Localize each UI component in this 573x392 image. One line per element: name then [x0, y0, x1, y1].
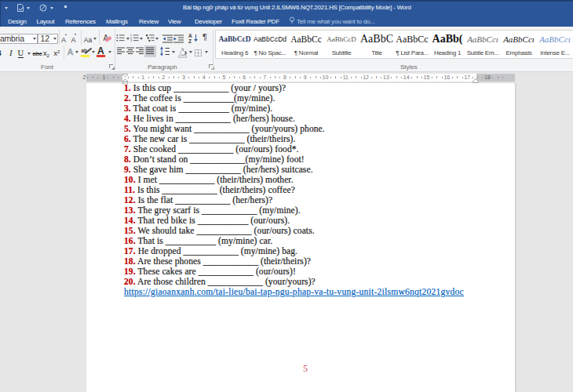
svg-text:A: A [188, 33, 192, 38]
svg-text:Z: Z [188, 38, 192, 43]
svg-text:3: 3 [130, 39, 132, 42]
